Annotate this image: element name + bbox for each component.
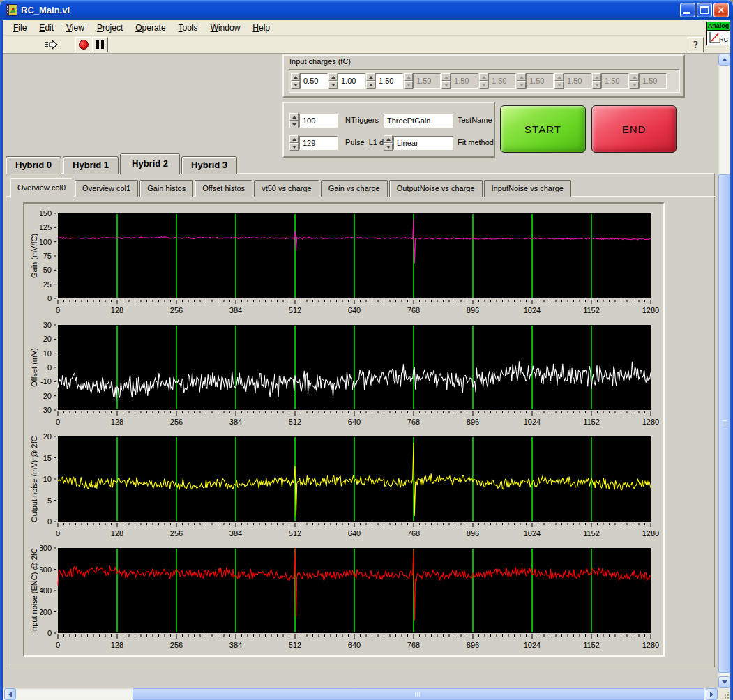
spinner-up-icon[interactable] <box>384 135 393 143</box>
chart-0-y-axis-label: Gain (mV/fC) <box>29 211 40 301</box>
menu-item-operate[interactable]: Operate <box>129 22 172 34</box>
subtab-offset-histos[interactable]: Offset histos <box>195 180 252 197</box>
maximize-button[interactable] <box>697 3 712 17</box>
stop-button[interactable] <box>75 37 91 52</box>
subtab-gain-vs-charge[interactable]: Gain vs charge <box>321 180 388 197</box>
spinner-down-icon <box>441 81 451 89</box>
tab-hybrid-1[interactable]: Hybrid 1 <box>63 156 119 174</box>
svg-text:128: 128 <box>111 641 123 649</box>
spinner-up-icon[interactable] <box>291 73 300 81</box>
input-charge-control-0: 0.50 <box>291 72 328 90</box>
svg-text:200: 200 <box>40 608 52 616</box>
help-button[interactable]: ? <box>688 37 704 52</box>
menu-item-edit[interactable]: Edit <box>33 22 60 34</box>
svg-text:768: 768 <box>407 641 420 649</box>
vi-icon-label: RC <box>719 36 728 43</box>
subtab-inputnoise-vs-charge[interactable]: InputNoise vs charge <box>484 180 571 197</box>
vertical-scroll-thumb[interactable] <box>718 174 730 673</box>
subtab-outputnoise-vs-charge[interactable]: OutputNoise vs charge <box>389 180 483 197</box>
start-button[interactable]: START <box>500 105 586 153</box>
chart-3-canvas: 0200400600800012825638451264076889610241… <box>40 545 660 654</box>
svg-text:128: 128 <box>111 529 123 538</box>
input-charge-spinner-4 <box>441 73 451 89</box>
ntriggers-field[interactable]: 100 <box>299 114 338 128</box>
svg-text:896: 896 <box>467 641 479 649</box>
run-icon <box>43 39 59 50</box>
scroll-down-button[interactable] <box>718 676 730 688</box>
spinner-down-icon[interactable] <box>366 81 375 89</box>
svg-text:1152: 1152 <box>583 306 600 314</box>
menu-item-help[interactable]: Help <box>246 22 276 34</box>
menu-item-window[interactable]: Window <box>204 22 247 34</box>
spinner-up-icon[interactable] <box>366 73 375 81</box>
menu-item-view[interactable]: View <box>60 22 91 34</box>
svg-text:768: 768 <box>407 529 420 538</box>
pause-button[interactable] <box>92 37 108 52</box>
svg-text:0: 0 <box>56 641 60 649</box>
minimize-button[interactable] <box>680 3 695 17</box>
svg-text:0: 0 <box>47 363 52 372</box>
svg-text:75: 75 <box>43 252 52 260</box>
pulse-delay-spinner[interactable] <box>289 135 299 151</box>
input-charge-field-1[interactable]: 1.00 <box>338 73 365 89</box>
tab-hybrid-2[interactable]: Hybrid 2 <box>120 153 180 174</box>
spinner-up-icon <box>554 73 564 81</box>
svg-text:0: 0 <box>56 529 60 538</box>
resize-grip[interactable] <box>718 688 730 700</box>
spinner-down-icon[interactable] <box>289 121 299 128</box>
fit-method-spinner[interactable] <box>384 135 393 151</box>
spinner-up-icon[interactable] <box>289 113 299 121</box>
vertical-scrollbar[interactable] <box>718 54 730 688</box>
input-charge-field-2[interactable]: 1.50 <box>375 73 403 89</box>
horizontal-scroll-thumb[interactable] <box>133 688 704 700</box>
input-charges-strip: 0.501.001.501.501.501.501.501.501.501.50 <box>289 69 680 93</box>
svg-text:1280: 1280 <box>642 529 659 538</box>
spinner-down-icon[interactable] <box>291 81 300 89</box>
subtab-overview-col0[interactable]: Overview col0 <box>10 178 73 197</box>
menu-item-tools[interactable]: Tools <box>172 22 204 34</box>
window-border-right <box>730 20 733 700</box>
spinner-up-icon <box>517 73 526 81</box>
input-charge-field-0[interactable]: 0.50 <box>300 73 328 89</box>
menu-item-file[interactable]: File <box>7 22 33 34</box>
scroll-right-button[interactable] <box>706 688 718 700</box>
scroll-up-button[interactable] <box>718 54 730 66</box>
window-controls: ✕ <box>680 3 729 17</box>
subtab-gain-histos[interactable]: Gain histos <box>139 180 193 197</box>
horizontal-scrollbar[interactable] <box>3 688 718 700</box>
subtab-vt50-vs-charge[interactable]: vt50 vs charge <box>254 180 319 197</box>
svg-text:896: 896 <box>467 418 479 426</box>
run-button[interactable] <box>42 38 60 52</box>
svg-text:400: 400 <box>40 586 52 595</box>
tab-hybrid-0[interactable]: Hybrid 0 <box>6 156 61 174</box>
pause-icon <box>96 40 104 49</box>
chart-row-0: Gain (mV/fC)0255075100125150012825638451… <box>29 211 660 319</box>
svg-text:100: 100 <box>40 238 52 246</box>
svg-text:-10: -10 <box>40 377 52 386</box>
ntriggers-spinner[interactable] <box>289 113 299 128</box>
spinner-up-icon[interactable] <box>289 135 299 143</box>
svg-text:30: 30 <box>43 322 52 329</box>
svg-text:384: 384 <box>229 529 242 538</box>
tab-hybrid-3[interactable]: Hybrid 3 <box>181 156 237 174</box>
menu-item-project[interactable]: Project <box>91 22 129 34</box>
spinner-up-icon <box>479 73 488 81</box>
close-button[interactable]: ✕ <box>713 3 729 17</box>
test-name-field[interactable]: ThreePtGain <box>384 114 453 128</box>
input-charge-spinner-9 <box>630 73 639 89</box>
chart-3-y-axis-label: Input noise (ENC) @ 2fC <box>29 545 40 636</box>
svg-text:1280: 1280 <box>642 306 659 314</box>
svg-text:128: 128 <box>111 418 123 426</box>
test-name-label: TestName <box>458 116 492 124</box>
spinner-up-icon[interactable] <box>328 73 338 81</box>
fit-method-field[interactable]: Linear <box>393 136 453 150</box>
subtab-overview-col1[interactable]: Overview col1 <box>75 180 138 197</box>
svg-text:768: 768 <box>407 306 420 314</box>
view-tab-strip: Overview col0Overview col1Gain histosOff… <box>10 177 571 197</box>
spinner-down-icon[interactable] <box>328 81 338 89</box>
pulse-delay-field[interactable]: 129 <box>299 136 338 150</box>
end-button[interactable]: END <box>591 105 677 153</box>
scroll-left-button[interactable] <box>4 688 16 700</box>
spinner-down-icon[interactable] <box>289 143 299 151</box>
spinner-down-icon[interactable] <box>384 143 393 151</box>
